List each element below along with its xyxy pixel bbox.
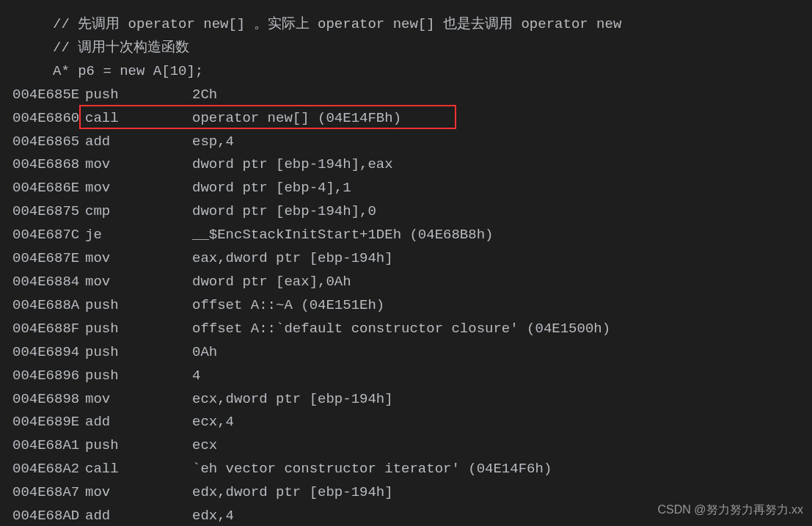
address: 004E6884 xyxy=(12,271,74,294)
asm-line[interactable]: 004E6865addesp,4 xyxy=(0,131,812,154)
address: 004E686E xyxy=(12,177,74,200)
mnemonic: mov xyxy=(85,153,192,177)
operand: offset A::`default constructor closure' … xyxy=(192,318,812,341)
mnemonic: push xyxy=(85,365,192,388)
operand: `eh vector constructor iterator' (04E14F… xyxy=(192,458,812,481)
mnemonic: cmp xyxy=(85,200,192,224)
asm-line[interactable]: 004E68A1pushecx xyxy=(0,434,812,458)
operand: dword ptr [ebp-4],1 xyxy=(192,177,812,200)
asm-line[interactable]: 004E6898movecx,dword ptr [ebp-194h] xyxy=(0,388,812,412)
operand: __$EncStackInitStart+1DEh (04E68B8h) xyxy=(192,224,812,247)
address: 004E688A xyxy=(12,294,74,318)
operand: dword ptr [ebp-194h],0 xyxy=(192,200,812,224)
operand: operator new[] (04E14FBh) xyxy=(192,107,812,131)
mnemonic: add xyxy=(85,411,192,434)
mnemonic: mov xyxy=(85,481,192,505)
mnemonic: push xyxy=(85,434,192,458)
asm-line[interactable]: 004E687Emoveax,dword ptr [ebp-194h] xyxy=(0,247,812,271)
mnemonic: call xyxy=(85,107,192,131)
watermark-text: CSDN @努力努力再努力.xx xyxy=(658,500,803,520)
address: 004E6860 xyxy=(12,107,74,131)
asm-line[interactable]: 004E6860calloperator new[] (04E14FBh) xyxy=(0,107,812,131)
operand: 4 xyxy=(192,365,812,388)
asm-line[interactable]: 004E6884movdword ptr [eax],0Ah xyxy=(0,271,812,294)
operand: offset A::~A (04E151Eh) xyxy=(192,294,812,318)
address: 004E685E xyxy=(12,84,74,107)
asm-line[interactable]: 004E689Eaddecx,4 xyxy=(0,411,812,434)
address: 004E6898 xyxy=(12,388,74,412)
operand: 2Ch xyxy=(192,84,812,107)
address: 004E68A1 xyxy=(12,434,74,458)
mnemonic: add xyxy=(85,505,192,526)
asm-line[interactable]: 004E6868movdword ptr [ebp-194h],eax xyxy=(0,153,812,177)
operand: esp,4 xyxy=(192,131,812,154)
mnemonic: mov xyxy=(85,388,192,412)
operand: eax,dword ptr [ebp-194h] xyxy=(192,247,812,271)
asm-line[interactable]: 004E685Epush2Ch xyxy=(0,84,812,107)
mnemonic: je xyxy=(85,224,192,247)
mnemonic: push xyxy=(85,84,192,107)
asm-line[interactable]: 004E6896push4 xyxy=(0,365,812,388)
asm-line[interactable]: 004E688Fpushoffset A::`default construct… xyxy=(0,318,812,341)
address: 004E6875 xyxy=(12,200,74,224)
source-code-line: A* p6 = new A[10]; xyxy=(0,60,812,84)
address: 004E6896 xyxy=(12,365,74,388)
operand: 0Ah xyxy=(192,341,812,365)
mnemonic: push xyxy=(85,318,192,341)
mnemonic: call xyxy=(85,458,192,481)
mnemonic: mov xyxy=(85,177,192,200)
operand: ecx,dword ptr [ebp-194h] xyxy=(192,388,812,412)
mnemonic: push xyxy=(85,294,192,318)
disassembly-view: // 先调用 operator new[] 。实际上 operator new[… xyxy=(0,0,812,526)
asm-line[interactable]: 004E6875cmpdword ptr [ebp-194h],0 xyxy=(0,200,812,224)
operand: dword ptr [ebp-194h],eax xyxy=(192,153,812,177)
asm-line[interactable]: 004E687Cje__$EncStackInitStart+1DEh (04E… xyxy=(0,224,812,247)
asm-line[interactable]: 004E68A2call`eh vector constructor itera… xyxy=(0,458,812,481)
address: 004E68A2 xyxy=(12,458,74,481)
mnemonic: mov xyxy=(85,271,192,294)
mnemonic: mov xyxy=(85,247,192,271)
address: 004E687C xyxy=(12,224,74,247)
asm-line[interactable]: 004E688Apushoffset A::~A (04E151Eh) xyxy=(0,294,812,318)
comment-line: // 调用十次构造函数 xyxy=(0,37,812,60)
mnemonic: push xyxy=(85,341,192,365)
operand: ecx,4 xyxy=(192,411,812,434)
address: 004E6865 xyxy=(12,131,74,154)
address: 004E68AD xyxy=(12,505,74,526)
address: 004E689E xyxy=(12,411,74,434)
address: 004E6868 xyxy=(12,153,74,177)
address: 004E68A7 xyxy=(12,481,74,505)
operand: ecx xyxy=(192,434,812,458)
comment-line: // 先调用 operator new[] 。实际上 operator new[… xyxy=(0,13,812,37)
operand: dword ptr [eax],0Ah xyxy=(192,271,812,294)
address: 004E6894 xyxy=(12,341,74,365)
address: 004E688F xyxy=(12,318,74,341)
asm-line[interactable]: 004E6894push0Ah xyxy=(0,341,812,365)
mnemonic: add xyxy=(85,131,192,154)
asm-line[interactable]: 004E686Emovdword ptr [ebp-4],1 xyxy=(0,177,812,200)
address: 004E687E xyxy=(12,247,74,271)
